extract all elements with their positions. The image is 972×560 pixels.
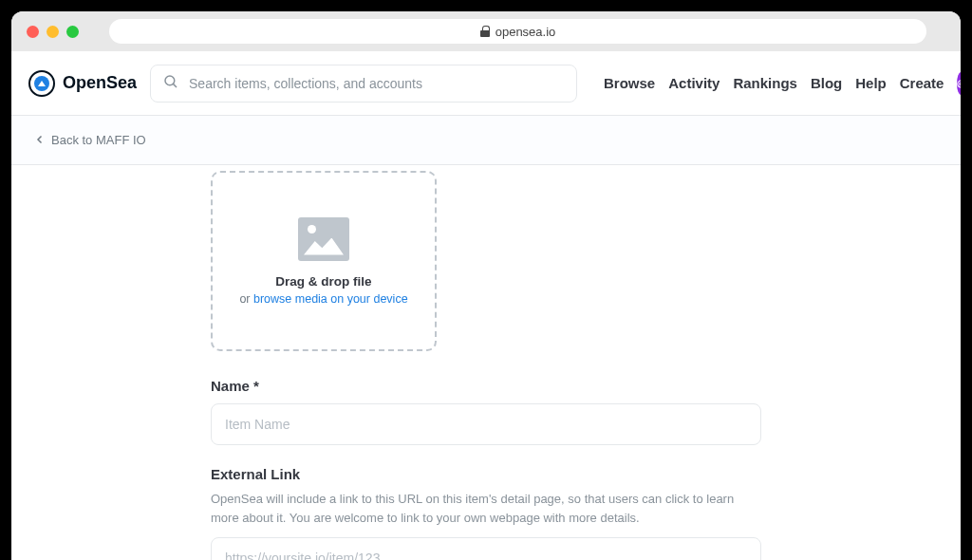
browser-window: opensea.io OpenSea Browse Activity Ranki… — [11, 11, 961, 560]
media-dropzone[interactable]: Drag & drop file or browse media on your… — [211, 171, 437, 351]
dropzone-sub-text: or browse media on your device — [239, 292, 407, 306]
search-icon — [162, 73, 179, 94]
nav-rankings[interactable]: Rankings — [733, 75, 797, 91]
external-link-label: External Link — [211, 466, 761, 482]
browser-chrome: opensea.io — [11, 11, 961, 51]
search-bar[interactable] — [150, 65, 577, 103]
nav-activity[interactable]: Activity — [668, 75, 720, 91]
page-content: Drag & drop file or browse media on your… — [11, 165, 961, 560]
nav-blog[interactable]: Blog — [811, 75, 842, 91]
svg-line-1 — [173, 84, 177, 87]
logo[interactable]: OpenSea — [28, 70, 137, 97]
external-link-description: OpenSea will include a link to this URL … — [211, 490, 761, 528]
name-input[interactable] — [211, 403, 761, 445]
nav-help[interactable]: Help — [855, 75, 887, 91]
external-link-input[interactable] — [211, 537, 761, 560]
nav-create[interactable]: Create — [900, 75, 944, 91]
name-label: Name * — [211, 378, 761, 394]
zoom-window-dot[interactable] — [66, 26, 79, 38]
image-placeholder-icon — [298, 217, 349, 261]
dropzone-main-text: Drag & drop file — [275, 274, 371, 289]
url-host: opensea.io — [495, 25, 556, 39]
minimize-window-dot[interactable] — [47, 26, 59, 38]
field-external-link: External Link OpenSea will include a lin… — [211, 466, 761, 560]
top-nav: OpenSea Browse Activity Rankings Blog He… — [11, 51, 961, 116]
chevron-left-icon[interactable] — [34, 132, 46, 149]
svg-point-0 — [165, 76, 175, 85]
search-input[interactable] — [189, 76, 565, 91]
lock-icon — [480, 26, 490, 37]
close-window-dot[interactable] — [27, 26, 39, 38]
nav-browse[interactable]: Browse — [604, 75, 655, 91]
browse-media-link[interactable]: browse media on your device — [253, 292, 408, 306]
create-form: Drag & drop file or browse media on your… — [211, 165, 761, 560]
field-name: Name * — [211, 378, 761, 445]
avatar[interactable]: ◎ — [957, 72, 961, 95]
logo-icon — [28, 70, 55, 97]
back-link[interactable]: Back to MAFF IO — [51, 133, 146, 147]
subnav: Back to MAFF IO — [11, 116, 961, 165]
dropzone-sub-prefix: or — [239, 292, 253, 306]
logo-text: OpenSea — [63, 73, 137, 93]
url-bar[interactable]: opensea.io — [109, 19, 926, 44]
